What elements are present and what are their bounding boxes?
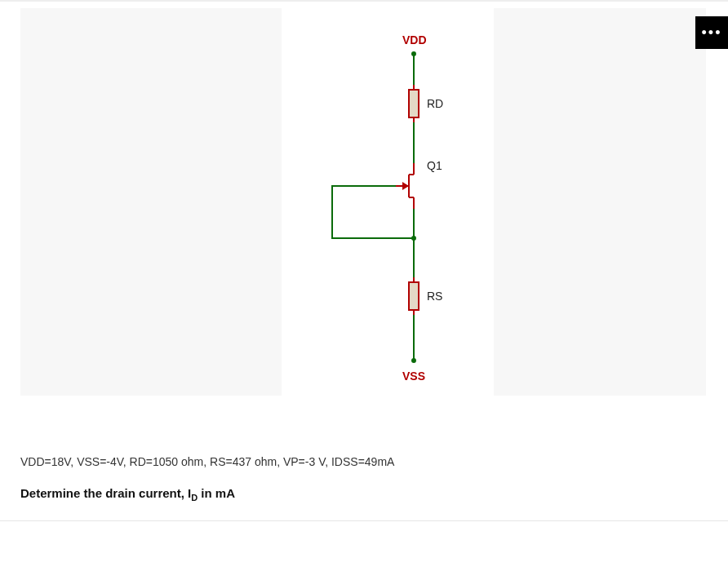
question-sub: D	[191, 493, 198, 502]
diagram-canvas: VDD RD Q1	[282, 8, 494, 396]
q1-gate-arrow	[402, 182, 409, 190]
vss-node	[411, 358, 416, 363]
top-divider	[0, 0, 728, 2]
rs-resistor	[409, 282, 419, 310]
circuit-svg: VDD RD Q1	[282, 8, 494, 396]
rs-label: RS	[427, 290, 442, 303]
question-text: Determine the drain current, ID in mA	[20, 486, 235, 502]
bottom-divider	[0, 520, 728, 521]
source-node	[411, 236, 416, 241]
vss-label: VSS	[402, 370, 425, 383]
diagram-panel: VDD RD Q1	[20, 8, 706, 396]
rd-label: RD	[427, 97, 443, 110]
question-prefix: Determine the drain current, I	[20, 486, 191, 500]
more-icon: •••	[702, 24, 722, 42]
question-suffix: in mA	[198, 486, 235, 500]
more-options-button[interactable]: •••	[695, 16, 728, 49]
rd-resistor	[409, 90, 419, 117]
gate-loop-wire	[332, 186, 414, 238]
q1-label: Q1	[427, 159, 442, 172]
vdd-label: VDD	[402, 33, 427, 46]
parameters-text: VDD=18V, VSS=-4V, RD=1050 ohm, RS=437 oh…	[20, 455, 394, 468]
